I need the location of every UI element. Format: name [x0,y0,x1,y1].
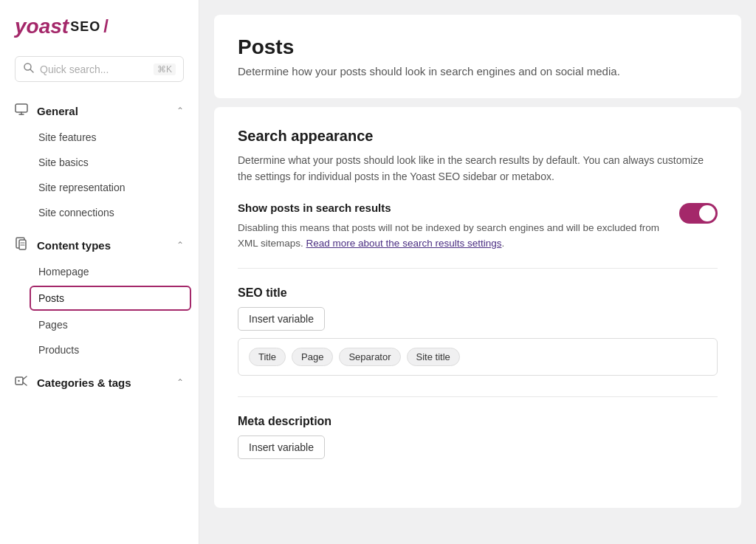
categories-chevron-icon: ⌃ [176,377,184,388]
search-icon [23,62,34,76]
search-appearance-title: Search appearance [238,128,718,145]
document-icon [15,237,28,253]
sidebar-item-site-connections[interactable]: Site connections [0,200,199,225]
nav-section-categories: Categories & tags ⌃ [0,368,199,402]
search-shortcut: ⌘K [154,63,176,75]
toggle-row: Show posts in search results Disabling t… [238,202,718,269]
tag-separator: Separator [339,348,400,366]
sidebar-item-pages[interactable]: Pages [0,312,199,337]
toggle-left: Show posts in search results Disabling t… [238,202,662,252]
logo-seo: SEO [70,19,100,35]
logo-slash: / [103,16,109,37]
categories-section-header[interactable]: Categories & tags ⌃ [0,368,199,396]
seo-title-label: SEO title [238,286,718,300]
tag-site-title: Site title [407,348,460,366]
nav-section-general: General ⌃ Site features Site basics Site… [0,97,199,231]
toggle-desc: Disabling this means that posts will not… [238,220,662,252]
search-bar[interactable]: Quick search... ⌘K [15,56,184,82]
content-types-chevron-icon: ⌃ [176,240,184,250]
sidebar-item-site-basics[interactable]: Site basics [0,150,199,175]
categories-header-left: Categories & tags [15,374,131,390]
general-section-header-left: General [15,103,78,119]
logo: yoast SEO / [15,15,184,38]
tag-icon [15,374,28,390]
search-placeholder: Quick search... [40,63,148,75]
seo-title-insert-variable-button[interactable]: Insert variable [238,307,325,331]
toggle-label: Show posts in search results [238,202,662,214]
meta-description-field: Meta description Insert variable [238,415,718,466]
search-appearance-desc: Determine what your posts should look li… [238,152,718,185]
svg-line-1 [30,69,33,72]
page-header-card: Posts Determine how your posts should lo… [214,15,741,98]
sidebar-item-products[interactable]: Products [0,337,199,362]
seo-title-tags-input[interactable]: Title Page Separator Site title [238,338,718,376]
svg-point-12 [18,380,19,382]
meta-description-insert-variable-button[interactable]: Insert variable [238,435,325,459]
divider [238,396,718,397]
page-title: Posts [238,35,718,59]
page-subtitle: Determine how your posts should look in … [238,65,718,78]
toggle-check-icon: ✓ [704,207,712,218]
svg-line-10 [23,376,27,379]
toggle-switch[interactable]: ✓ [679,203,718,224]
content-types-section-header[interactable]: Content types ⌃ [0,231,199,259]
general-chevron-icon: ⌃ [176,106,184,116]
general-section-header[interactable]: General ⌃ [0,97,199,125]
tag-title: Title [249,348,286,366]
toggle-link[interactable]: Read more about the search results setti… [306,238,502,249]
nav-section-content-types: Content types ⌃ Homepage Posts Pages Pro… [0,231,199,368]
svg-rect-2 [16,104,27,112]
sidebar: yoast SEO / Quick search... ⌘K [0,0,199,544]
content-types-header-left: Content types [15,237,111,253]
svg-line-11 [23,382,27,385]
main-content: Posts Determine how your posts should lo… [199,0,756,544]
search-appearance-card: Search appearance Determine what your po… [214,107,741,508]
sidebar-item-homepage[interactable]: Homepage [0,259,199,284]
sidebar-item-site-representation[interactable]: Site representation [0,175,199,200]
tag-page: Page [292,348,333,366]
categories-section-title: Categories & tags [37,376,131,389]
sidebar-item-site-features[interactable]: Site features [0,125,199,150]
general-section-title: General [37,105,78,117]
meta-description-label: Meta description [238,415,718,428]
sidebar-item-posts[interactable]: Posts [30,286,191,311]
toggle-slider: ✓ [679,203,718,224]
content-types-section-title: Content types [37,239,111,252]
logo-area: yoast SEO / [0,15,199,56]
seo-title-field: SEO title Insert variable Title Page Sep… [238,286,718,376]
monitor-icon [15,103,28,119]
logo-yoast: yoast [15,15,69,38]
